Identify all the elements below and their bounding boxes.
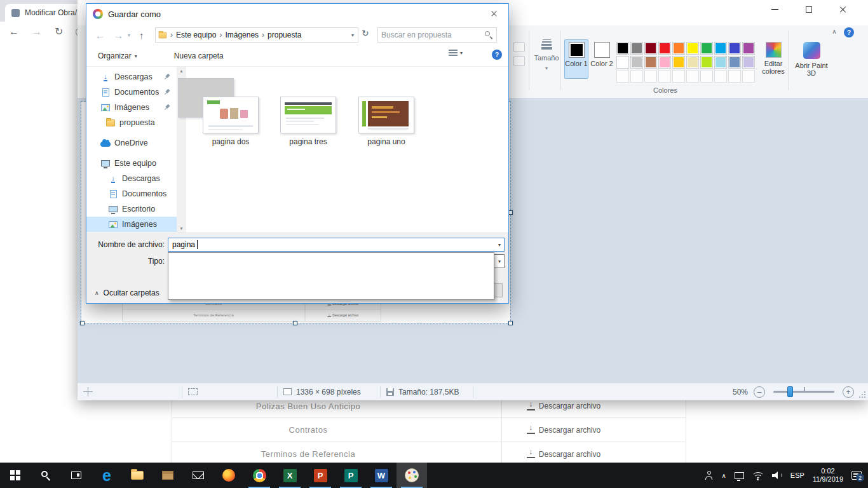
- taskbar-box-app-button[interactable]: [153, 463, 183, 488]
- palette-color[interactable]: [630, 42, 643, 55]
- open-paint3d-button[interactable]: Abrir Paint 3D: [793, 42, 830, 77]
- selection-handle-bottom-center[interactable]: [293, 321, 297, 325]
- sidebar-item-documentos-quick[interactable]: Documentos: [86, 85, 177, 100]
- palette-color[interactable]: [742, 42, 755, 55]
- recent-locations-button[interactable]: ▾: [128, 32, 130, 38]
- palette-color[interactable]: [616, 56, 629, 69]
- sidebar-item-este-equipo[interactable]: Este equipo: [86, 156, 177, 171]
- tray-volume-icon[interactable]: [772, 471, 782, 479]
- ribbon-help-button[interactable]: ?: [844, 27, 854, 37]
- help-button[interactable]: ?: [492, 50, 502, 60]
- dialog-close-button[interactable]: [480, 4, 508, 23]
- tray-language-button[interactable]: ESP: [790, 471, 804, 479]
- palette-empty-slot[interactable]: [700, 70, 713, 83]
- selection-handle-bottom-right[interactable]: [508, 321, 513, 325]
- palette-empty-slot[interactable]: [714, 70, 727, 83]
- sidebar-item-imagenes[interactable]: Imágenes: [86, 217, 177, 232]
- taskbar-word-button[interactable]: W: [366, 463, 397, 488]
- taskbar-mail-button[interactable]: [183, 463, 214, 488]
- palette-color[interactable]: [714, 56, 727, 69]
- clipped-ribbon-button[interactable]: [513, 42, 525, 52]
- breadcrumb-imagenes[interactable]: Imágenes: [225, 30, 259, 39]
- browser-back-button[interactable]: ←: [9, 27, 19, 37]
- sidebar-item-propuesta[interactable]: propuesta: [86, 115, 177, 130]
- close-button[interactable]: [826, 0, 860, 19]
- edit-colors-button[interactable]: Editar colores: [756, 42, 790, 75]
- taskbar-chrome-button[interactable]: [244, 463, 275, 488]
- new-folder-button[interactable]: Nueva carpeta: [174, 51, 224, 60]
- palette-color[interactable]: [728, 56, 741, 69]
- selection-handle-bottom-left[interactable]: [80, 321, 85, 325]
- search-input[interactable]: [381, 30, 484, 39]
- tray-show-hidden-button[interactable]: ∧: [722, 472, 726, 479]
- tray-wifi-icon[interactable]: [752, 471, 764, 480]
- palette-color[interactable]: [616, 42, 629, 55]
- filename-input[interactable]: pagina ▾: [168, 238, 505, 252]
- filename-suggestions-panel[interactable]: [168, 252, 494, 300]
- palette-color[interactable]: [686, 42, 699, 55]
- maximize-button[interactable]: [792, 0, 826, 19]
- palette-color[interactable]: [644, 42, 657, 55]
- palette-color[interactable]: [644, 56, 657, 69]
- clipped-ribbon-button[interactable]: [513, 56, 525, 66]
- palette-color[interactable]: [672, 56, 685, 69]
- sidebar-scrollbar[interactable]: ▲ ▼: [177, 67, 186, 233]
- file-pagina-tres[interactable]: pagina tres: [273, 94, 343, 146]
- palette-color[interactable]: [700, 56, 713, 69]
- address-dropdown-button[interactable]: ▾: [351, 32, 355, 38]
- taskbar-excel-button[interactable]: X: [275, 463, 305, 488]
- palette-color[interactable]: [714, 42, 727, 55]
- tray-people-button[interactable]: [705, 471, 714, 480]
- color2-button[interactable]: Color 2: [590, 39, 614, 79]
- palette-color[interactable]: [672, 42, 685, 55]
- taskbar-explorer-button[interactable]: [122, 463, 153, 488]
- palette-empty-slot[interactable]: [686, 70, 699, 83]
- zoom-slider[interactable]: [773, 391, 834, 393]
- filename-dropdown-button[interactable]: ▾: [498, 242, 501, 248]
- palette-color[interactable]: [700, 42, 713, 55]
- hide-folders-button[interactable]: ∧ Ocultar carpetas: [95, 286, 159, 300]
- taskbar-start-button[interactable]: [0, 463, 31, 488]
- browser-forward-button[interactable]: →: [32, 27, 42, 37]
- file-pagina-dos[interactable]: pagina dos: [196, 94, 266, 146]
- browser-reload-button[interactable]: ↻: [55, 27, 63, 37]
- sidebar-item-descargas-quick[interactable]: ↓ Descargas: [86, 69, 177, 85]
- tray-notification-button[interactable]: 2: [851, 471, 862, 480]
- filetype-dropdown-button[interactable]: ▾: [498, 259, 501, 264]
- taskbar-publisher-button[interactable]: P: [336, 463, 366, 488]
- tray-clock[interactable]: 0:02 11/9/2019: [813, 467, 843, 484]
- palette-color[interactable]: [658, 56, 671, 69]
- zoom-slider-thumb[interactable]: [787, 386, 793, 397]
- address-bar[interactable]: › Este equipo › Imágenes › propuesta ▾: [155, 27, 358, 43]
- palette-color[interactable]: [728, 42, 741, 55]
- taskbar-edge-button[interactable]: e: [92, 463, 122, 488]
- file-pagina-uno[interactable]: pagina uno: [351, 94, 421, 146]
- palette-empty-slot[interactable]: [742, 70, 755, 83]
- zoom-in-button[interactable]: +: [843, 386, 854, 398]
- palette-color[interactable]: [686, 56, 699, 69]
- taskbar-search-button[interactable]: [31, 463, 61, 488]
- size-button[interactable]: Tamaño ▾: [531, 32, 562, 90]
- sidebar-item-descargas[interactable]: ↓ Descargas: [86, 171, 177, 186]
- taskbar-powerpoint-button[interactable]: P: [305, 463, 336, 488]
- palette-empty-slot[interactable]: [672, 70, 685, 83]
- resize-grip[interactable]: [858, 390, 865, 398]
- scroll-down-icon[interactable]: ▼: [177, 226, 186, 231]
- sidebar-item-imagenes-quick[interactable]: Imágenes: [86, 100, 177, 115]
- palette-empty-slot[interactable]: [728, 70, 741, 83]
- color1-button[interactable]: Color 1: [564, 39, 588, 79]
- up-button[interactable]: ↑: [139, 30, 144, 40]
- breadcrumb-propuesta[interactable]: propuesta: [268, 30, 301, 39]
- palette-empty-slot[interactable]: [658, 70, 671, 83]
- palette-empty-slot[interactable]: [630, 70, 643, 83]
- palette-empty-slot[interactable]: [616, 70, 629, 83]
- minimize-button[interactable]: [757, 0, 792, 19]
- zoom-out-button[interactable]: –: [754, 386, 765, 398]
- palette-color[interactable]: [742, 56, 755, 69]
- refresh-button[interactable]: ↻: [362, 29, 369, 37]
- sidebar-item-escritorio[interactable]: Escritorio: [86, 201, 177, 217]
- palette-color[interactable]: [658, 42, 671, 55]
- sidebar-item-onedrive[interactable]: OneDrive: [86, 135, 177, 151]
- organize-button[interactable]: Organizar ▾: [98, 51, 137, 60]
- palette-color[interactable]: [630, 56, 643, 69]
